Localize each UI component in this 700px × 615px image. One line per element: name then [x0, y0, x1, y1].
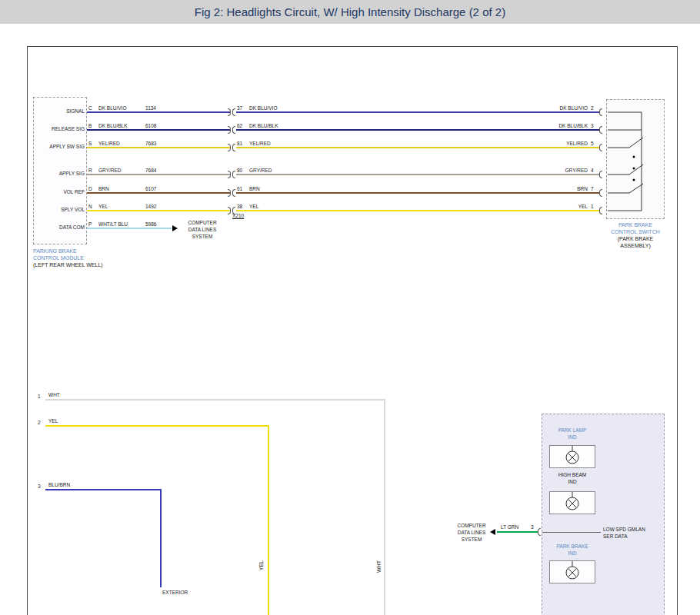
switch-pin-number: 2: [591, 105, 594, 111]
connector-icon: [538, 528, 541, 536]
inline-connector-icon: [228, 207, 231, 214]
park-brake-ind-label1: PARK BRAKE: [542, 544, 603, 550]
wire-color-label: BRN: [249, 186, 260, 192]
wire-color-label: GRY/RED: [249, 168, 272, 174]
wire-color-label: DK BLU/BLK: [98, 123, 128, 129]
figure-title-bar: Fig 2: Headlights Circuit, W/ High Inten…: [0, 0, 700, 24]
wire-color-label: DK BLU/VIO: [98, 105, 126, 111]
park-brake-indicator-box: [549, 560, 595, 583]
switch-location-line2: ASSEMBLY): [606, 243, 665, 249]
wire: [497, 531, 538, 533]
instrument-cluster-box: [542, 414, 665, 615]
indicator-lamp-icon: [550, 446, 595, 467]
wire: [87, 129, 230, 131]
wire: [236, 174, 599, 175]
cluster-pin-number: 3: [531, 524, 534, 530]
offpage-arrow-icon: [490, 529, 495, 535]
switch-name-line2: CONTROL SWITCH: [606, 229, 665, 235]
connector-icon: [599, 207, 602, 214]
module-name-line1: PARKING BRAKE: [33, 248, 77, 254]
module-pin-label: DATA COM: [35, 224, 85, 231]
inline-connector-icon: [228, 189, 231, 197]
wire: [236, 111, 599, 113]
circuit-number: 6107: [145, 186, 156, 192]
wire: [236, 192, 599, 194]
pin-letter: S: [88, 141, 92, 147]
serial-data-label2: SER DATA: [603, 534, 628, 540]
wire-color-label: DK BLU/VIO: [249, 105, 277, 111]
serial-data-label1: LOW SPD GMLAN: [603, 527, 645, 533]
connector-pin-number: 38: [237, 204, 242, 210]
wire-color-label: YEL: [98, 204, 108, 210]
connector-icon: [599, 189, 602, 197]
connector-id: X210: [232, 213, 244, 219]
circuit-number: 7683: [145, 141, 156, 147]
circuit-number: 7684: [145, 168, 156, 174]
switch-pin-number: 1: [591, 204, 594, 210]
wire-color-label: BRN: [98, 186, 109, 192]
cluster-data-ref-line3: SYSTEM: [448, 537, 495, 543]
module-pin-label: SPLY VOL: [35, 207, 85, 213]
wire-color-label: WHT: [48, 392, 60, 398]
park-lamp-ind-label2: IND: [542, 434, 603, 440]
inline-connector-icon: [232, 171, 235, 178]
pin-letter: R: [88, 168, 92, 174]
wire: [87, 174, 230, 175]
wire-color-label: YEL/RED: [249, 141, 271, 147]
exterior-lights-ref: EXTERIOR: [162, 590, 188, 596]
wire-number: 3: [38, 484, 41, 490]
vertical-wire-label-yel: YEL: [258, 560, 264, 570]
pin-letter: D: [88, 186, 92, 192]
wire-color-label: YEL: [249, 204, 258, 210]
circuit-number: 1492: [145, 204, 156, 210]
switch-location-line1: (PARK BRAKE: [606, 236, 665, 242]
wire-color-label: DK BLU/VIO: [489, 105, 588, 111]
switch-pin-number: 4: [591, 168, 594, 174]
wire-color-label: WHT/LT BLU: [98, 221, 128, 228]
indicator-lamp-icon: [550, 492, 595, 514]
wire: [87, 228, 172, 229]
connector-icon: [599, 171, 602, 178]
wire: [236, 129, 599, 131]
connector-icon: [599, 108, 602, 116]
wire-number: 2: [38, 420, 41, 426]
wire: [87, 147, 230, 148]
wire: [87, 210, 230, 211]
wire: [87, 111, 230, 113]
connector-icon: [599, 144, 602, 151]
wire: [236, 210, 599, 211]
park-lamp-ind-label1: PARK LAMP: [542, 427, 603, 434]
pin-letter: N: [88, 204, 92, 210]
wire-color-label: BRN: [489, 186, 588, 192]
switch-internal-diagram: [606, 99, 665, 219]
switch-pin-number: 7: [591, 186, 594, 192]
module-location: (LEFT REAR WHEEL WELL): [33, 262, 103, 268]
wire-color-label: DK BLU/BLK: [489, 123, 588, 129]
connector-pin-number: 61: [237, 186, 242, 192]
high-beam-ind-label2: IND: [542, 479, 603, 485]
vertical-wire-label-wht: WHT: [376, 560, 382, 573]
circuit-number: 1134: [145, 105, 156, 111]
inline-connector-icon: [228, 144, 231, 151]
module-pin-label: APPLY SIG: [35, 171, 85, 177]
wire-color-label: DK BLU/BLK: [249, 123, 278, 129]
switch-name-line1: PARK BRAKE: [606, 222, 665, 228]
wire-color-label: BLU/BRN: [48, 482, 70, 488]
connector-pin-number: 62: [237, 123, 242, 129]
data-lines-ref-line1: COMPUTER: [178, 220, 226, 226]
inline-connector-icon: [232, 108, 235, 116]
high-beam-indicator-box: [549, 491, 595, 514]
connector-pin-number: 37: [237, 105, 242, 111]
wire: [268, 425, 269, 615]
wire: [45, 489, 162, 490]
inline-connector-icon: [228, 108, 231, 116]
wire: [45, 399, 385, 401]
switch-pin-number: 3: [591, 123, 594, 129]
connector-pin-number: 81: [237, 141, 242, 147]
wire: [160, 489, 162, 587]
data-lines-ref-line3: SYSTEM: [178, 234, 226, 240]
module-pin-label: SIGNAL: [35, 108, 85, 115]
module-pin-label: RELEASE SIG: [35, 126, 85, 132]
wire-color-label: YEL/RED: [98, 141, 120, 147]
module-name-line2: CONTROL MODULE: [33, 255, 84, 261]
